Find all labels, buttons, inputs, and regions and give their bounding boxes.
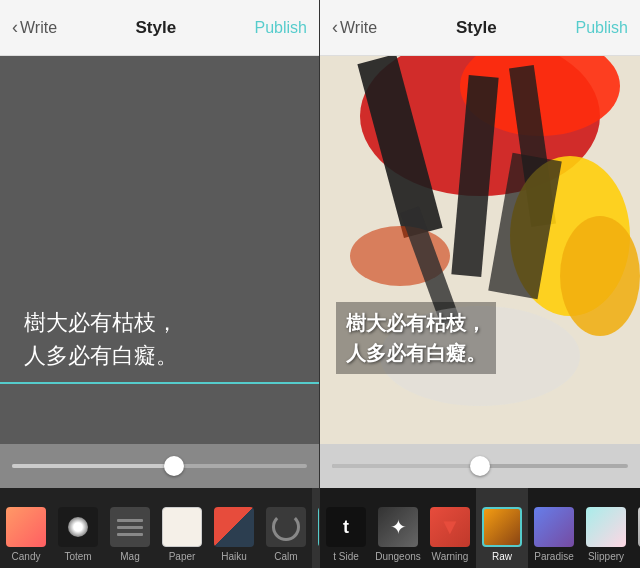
calm-icon	[266, 507, 306, 547]
haiku-icon	[214, 507, 254, 547]
style-peak[interactable]: Peak	[632, 488, 640, 568]
right-top-bar: ‹ Write Style Publish	[320, 0, 640, 56]
left-publish-button[interactable]: Publish	[255, 19, 307, 37]
dungeons-star: ✦	[390, 515, 407, 539]
dungeons-icon: ✦	[378, 507, 418, 547]
candy-icon	[6, 507, 46, 547]
tside-text: t	[343, 517, 349, 538]
style-totem[interactable]: Totem	[52, 488, 104, 568]
left-title: Style	[135, 18, 176, 38]
left-back-button[interactable]: ‹ Write	[12, 17, 57, 38]
style-candy[interactable]: Candy	[0, 488, 52, 568]
paradise-icon	[534, 507, 574, 547]
left-style-strip: Candy Totem Mag P	[0, 488, 319, 568]
totem-icon	[58, 507, 98, 547]
mag-icon	[110, 507, 150, 547]
svg-rect-12	[320, 56, 640, 444]
raw-icon	[482, 507, 522, 547]
raw-label: Raw	[492, 551, 512, 562]
painting-svg	[320, 56, 640, 444]
style-vinyl[interactable]: Vinyl	[312, 488, 319, 568]
left-back-label: Write	[20, 19, 57, 37]
candy-label: Candy	[12, 551, 41, 562]
calm-spiral	[272, 513, 300, 541]
style-haiku[interactable]: Haiku	[208, 488, 260, 568]
left-quote-line2: 人多必有白癡。	[24, 339, 295, 372]
right-canvas: 樹大必有枯枝， 人多必有白癡。	[320, 56, 640, 444]
slippery-label: Slippery	[588, 551, 624, 562]
mag-label: Mag	[120, 551, 139, 562]
style-mag[interactable]: Mag	[104, 488, 156, 568]
style-paper[interactable]: Paper	[156, 488, 208, 568]
left-chevron-icon: ‹	[12, 17, 18, 38]
totem-inner	[68, 517, 88, 537]
right-slider-track[interactable]	[332, 464, 628, 468]
paper-icon	[162, 507, 202, 547]
dungeons-label: Dungeons	[375, 551, 421, 562]
mag-line1	[117, 519, 143, 522]
style-tside[interactable]: t t Side	[320, 488, 372, 568]
right-quote-line1: 樹大必有枯枝，	[346, 308, 486, 338]
left-panel: ‹ Write Style Publish 樹大必有枯枝， 人多必有白癡。 C	[0, 0, 320, 568]
right-title: Style	[456, 18, 497, 38]
right-text-block: 樹大必有枯枝， 人多必有白癡。	[336, 302, 496, 374]
style-warning[interactable]: ▼ Warning	[424, 488, 476, 568]
tside-label: t Side	[333, 551, 359, 562]
right-slider-bar	[320, 444, 640, 488]
haiku-label: Haiku	[221, 551, 247, 562]
right-back-label: Write	[340, 19, 377, 37]
tside-icon: t	[326, 507, 366, 547]
left-top-bar: ‹ Write Style Publish	[0, 0, 319, 56]
calm-label: Calm	[274, 551, 297, 562]
paper-label: Paper	[169, 551, 196, 562]
left-quote-line1: 樹大必有枯枝，	[24, 306, 295, 339]
right-slider-fill	[332, 464, 480, 468]
right-quote-line2: 人多必有白癡。	[346, 338, 486, 368]
right-panel: ‹ Write Style Publish	[320, 0, 640, 568]
right-slider-thumb[interactable]	[470, 456, 490, 476]
left-slider-track[interactable]	[12, 464, 307, 468]
right-publish-button[interactable]: Publish	[576, 19, 628, 37]
paint-strokes	[320, 56, 640, 444]
left-canvas: 樹大必有枯枝， 人多必有白癡。	[0, 56, 319, 444]
left-slider-thumb[interactable]	[164, 456, 184, 476]
left-slider-fill	[12, 464, 174, 468]
panels-container: ‹ Write Style Publish 樹大必有枯枝， 人多必有白癡。 C	[0, 0, 640, 568]
totem-label: Totem	[64, 551, 91, 562]
right-style-strip: t t Side ✦ Dungeons ▼ Warning Raw	[320, 488, 640, 568]
mag-lines	[117, 519, 143, 536]
mag-line2	[117, 526, 143, 529]
right-back-button[interactable]: ‹ Write	[332, 17, 377, 38]
right-chevron-icon: ‹	[332, 17, 338, 38]
warning-arrow: ▼	[439, 514, 461, 540]
style-calm[interactable]: Calm	[260, 488, 312, 568]
warning-label: Warning	[432, 551, 469, 562]
slippery-icon	[586, 507, 626, 547]
style-slippery[interactable]: Slippery	[580, 488, 632, 568]
warning-icon: ▼	[430, 507, 470, 547]
style-raw[interactable]: Raw	[476, 488, 528, 568]
left-text-block: 樹大必有枯枝， 人多必有白癡。	[0, 296, 319, 384]
left-slider-bar	[0, 444, 319, 488]
paradise-label: Paradise	[534, 551, 573, 562]
style-paradise[interactable]: Paradise	[528, 488, 580, 568]
style-dungeons[interactable]: ✦ Dungeons	[372, 488, 424, 568]
vinyl-icon	[318, 507, 319, 547]
mag-line3	[117, 533, 143, 536]
